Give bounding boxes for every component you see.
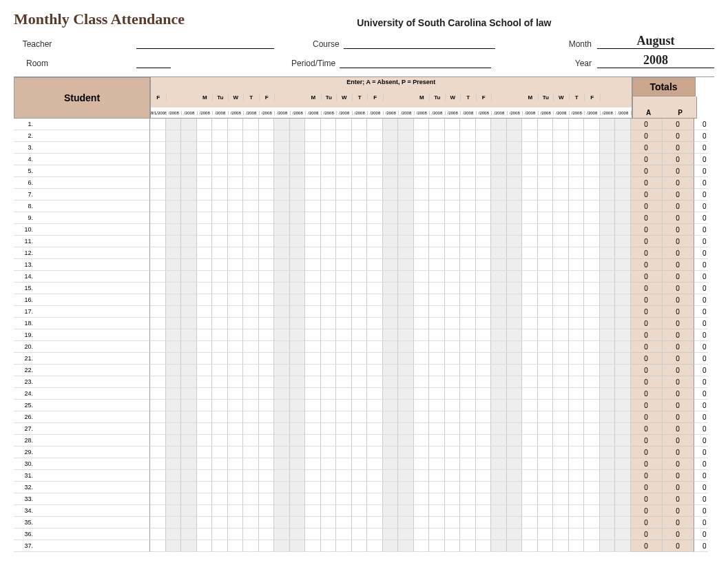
- attendance-cell[interactable]: [600, 529, 616, 540]
- attendance-cell[interactable]: [429, 365, 445, 376]
- attendance-cell[interactable]: [166, 353, 182, 365]
- attendance-cell[interactable]: [212, 154, 228, 165]
- attendance-cell[interactable]: [150, 189, 166, 201]
- attendance-cell[interactable]: [569, 435, 585, 447]
- attendance-cell[interactable]: [336, 247, 352, 259]
- attendance-cell[interactable]: [243, 130, 259, 142]
- attendance-cell[interactable]: [491, 271, 507, 283]
- attendance-cell[interactable]: [305, 353, 321, 365]
- attendance-cell[interactable]: [507, 318, 523, 329]
- attendance-cell[interactable]: [460, 130, 476, 142]
- attendance-cell[interactable]: [507, 201, 523, 212]
- attendance-cell[interactable]: [305, 517, 321, 529]
- attendance-cell[interactable]: [414, 329, 430, 341]
- attendance-cell[interactable]: [197, 271, 213, 283]
- attendance-cell[interactable]: [615, 388, 631, 400]
- attendance-cell[interactable]: [476, 341, 492, 353]
- attendance-cell[interactable]: [212, 201, 228, 212]
- attendance-cell[interactable]: [166, 318, 182, 329]
- attendance-cell[interactable]: [522, 259, 538, 271]
- attendance-cell[interactable]: [429, 119, 445, 130]
- attendance-cell[interactable]: [491, 236, 507, 247]
- attendance-cell[interactable]: [460, 165, 476, 177]
- attendance-cell[interactable]: [243, 329, 259, 341]
- attendance-cell[interactable]: [290, 376, 306, 388]
- attendance-cell[interactable]: [367, 189, 383, 201]
- attendance-cell[interactable]: [398, 388, 414, 400]
- attendance-cell[interactable]: [228, 376, 244, 388]
- attendance-cell[interactable]: [150, 470, 166, 482]
- attendance-cell[interactable]: [383, 329, 399, 341]
- attendance-cell[interactable]: [429, 482, 445, 493]
- attendance-cell[interactable]: [538, 247, 554, 259]
- attendance-cell[interactable]: [336, 435, 352, 447]
- attendance-cell[interactable]: [476, 435, 492, 447]
- attendance-cell[interactable]: [553, 353, 569, 365]
- attendance-cell[interactable]: [584, 271, 600, 283]
- attendance-cell[interactable]: [166, 201, 182, 212]
- attendance-cell[interactable]: [367, 212, 383, 224]
- attendance-cell[interactable]: [305, 447, 321, 458]
- attendance-cell[interactable]: [321, 154, 337, 165]
- attendance-cell[interactable]: [181, 165, 197, 177]
- attendance-cell[interactable]: [243, 271, 259, 283]
- attendance-cell[interactable]: [476, 505, 492, 517]
- student-name-cell[interactable]: [36, 283, 150, 294]
- attendance-cell[interactable]: [569, 540, 585, 552]
- attendance-cell[interactable]: [367, 517, 383, 529]
- attendance-cell[interactable]: [259, 154, 275, 165]
- attendance-cell[interactable]: [243, 376, 259, 388]
- attendance-cell[interactable]: [522, 329, 538, 341]
- attendance-cell[interactable]: [259, 271, 275, 283]
- attendance-cell[interactable]: [414, 306, 430, 318]
- attendance-cell[interactable]: [445, 482, 461, 493]
- attendance-cell[interactable]: [166, 388, 182, 400]
- attendance-cell[interactable]: [507, 517, 523, 529]
- attendance-cell[interactable]: [507, 119, 523, 130]
- attendance-cell[interactable]: [259, 212, 275, 224]
- attendance-cell[interactable]: [166, 177, 182, 189]
- attendance-cell[interactable]: [460, 505, 476, 517]
- attendance-cell[interactable]: [445, 470, 461, 482]
- attendance-cell[interactable]: [383, 224, 399, 236]
- attendance-cell[interactable]: [429, 388, 445, 400]
- attendance-cell[interactable]: [538, 154, 554, 165]
- teacher-input[interactable]: [136, 39, 274, 49]
- attendance-cell[interactable]: [274, 259, 290, 271]
- attendance-cell[interactable]: [181, 130, 197, 142]
- attendance-cell[interactable]: [228, 435, 244, 447]
- attendance-cell[interactable]: [197, 447, 213, 458]
- attendance-cell[interactable]: [491, 376, 507, 388]
- attendance-cell[interactable]: [197, 388, 213, 400]
- attendance-cell[interactable]: [398, 505, 414, 517]
- attendance-cell[interactable]: [305, 423, 321, 435]
- student-name-cell[interactable]: [36, 493, 150, 505]
- attendance-cell[interactable]: [476, 411, 492, 423]
- attendance-cell[interactable]: [243, 189, 259, 201]
- attendance-cell[interactable]: [569, 447, 585, 458]
- attendance-cell[interactable]: [429, 529, 445, 540]
- attendance-cell[interactable]: [476, 376, 492, 388]
- attendance-cell[interactable]: [336, 142, 352, 154]
- attendance-cell[interactable]: [383, 318, 399, 329]
- attendance-cell[interactable]: [507, 493, 523, 505]
- attendance-cell[interactable]: [398, 294, 414, 306]
- attendance-cell[interactable]: [383, 353, 399, 365]
- attendance-cell[interactable]: [522, 435, 538, 447]
- attendance-cell[interactable]: [476, 224, 492, 236]
- attendance-cell[interactable]: [600, 411, 616, 423]
- attendance-cell[interactable]: [460, 177, 476, 189]
- attendance-cell[interactable]: [259, 447, 275, 458]
- attendance-cell[interactable]: [414, 505, 430, 517]
- attendance-cell[interactable]: [398, 482, 414, 493]
- attendance-cell[interactable]: [398, 517, 414, 529]
- attendance-cell[interactable]: [228, 529, 244, 540]
- attendance-cell[interactable]: [336, 458, 352, 470]
- attendance-cell[interactable]: [414, 283, 430, 294]
- attendance-cell[interactable]: [429, 517, 445, 529]
- attendance-cell[interactable]: [228, 517, 244, 529]
- attendance-cell[interactable]: [228, 353, 244, 365]
- attendance-cell[interactable]: [383, 283, 399, 294]
- attendance-cell[interactable]: [243, 517, 259, 529]
- attendance-cell[interactable]: [383, 212, 399, 224]
